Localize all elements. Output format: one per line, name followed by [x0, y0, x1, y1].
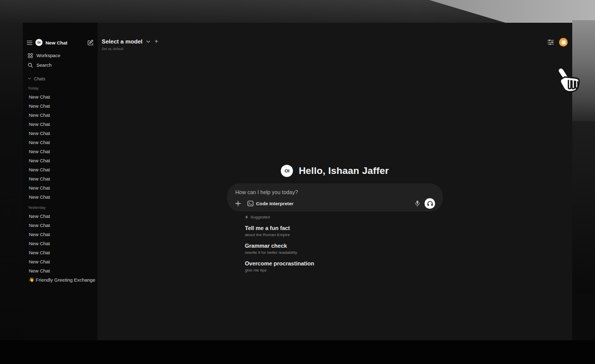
chat-group-label-yesterday: Yesterday [28, 205, 94, 210]
chat-item-label: Friendly Greeting Exchange [36, 277, 96, 283]
chat-list-item[interactable]: 👋 Friendly Greeting Exchange [27, 275, 94, 284]
wave-emoji: 👋 [29, 277, 34, 282]
sidebar-item-label: Search [36, 62, 52, 68]
chevron-down-icon [28, 77, 31, 80]
chat-list-item[interactable]: New Chat [27, 230, 94, 239]
chat-list-item[interactable]: New Chat [27, 183, 94, 192]
controls-sliders-icon[interactable] [547, 39, 554, 45]
microphone-icon[interactable] [415, 200, 420, 207]
suggestion-title: Grammar check [245, 243, 442, 249]
lightning-bolt-icon [245, 215, 248, 219]
app-logo-icon: OI [35, 39, 42, 46]
sidebar: OI New Chat Workspace Search Chats Today [23, 23, 98, 340]
chat-item-label: New Chat [29, 140, 50, 145]
model-selector[interactable]: Select a model + [102, 38, 158, 45]
workspace-grid-icon [28, 53, 33, 58]
sidebar-header: OI New Chat [27, 38, 94, 47]
topbar-right [547, 38, 568, 47]
sidebar-toggle-icon[interactable] [27, 40, 32, 45]
chevron-down-icon [146, 40, 150, 43]
hero-column: OI Hello, Ishaan Jaffer How can I help y… [228, 164, 442, 272]
new-chat-pencil-icon[interactable] [88, 39, 94, 46]
chat-list-item[interactable]: New Chat [27, 266, 94, 275]
app-logo-icon: OI [281, 165, 293, 177]
sidebar-item-search[interactable]: Search [27, 60, 94, 70]
sidebar-item-workspace[interactable]: Workspace [27, 51, 94, 60]
chat-list-item[interactable]: New Chat [27, 101, 94, 110]
chat-list-item[interactable]: New Chat [27, 138, 94, 147]
suggestion-item[interactable]: Overcome procrastination give me tips [245, 260, 442, 272]
attach-plus-icon[interactable] [235, 201, 241, 206]
chat-item-label: New Chat [29, 94, 50, 100]
chat-list-item[interactable]: New Chat [27, 239, 94, 248]
chat-item-label: New Chat [29, 268, 50, 274]
model-selector-block: Select a model + Set as default [102, 38, 158, 51]
chat-list-item[interactable]: New Chat [27, 248, 94, 257]
open-webui-window: OI New Chat Workspace Search Chats Today [23, 23, 572, 340]
chat-item-label: New Chat [29, 149, 50, 154]
chat-item-label: New Chat [29, 130, 50, 136]
voice-call-button[interactable] [424, 198, 435, 209]
chat-item-label: New Chat [29, 112, 50, 118]
chat-item-label: New Chat [29, 176, 50, 181]
search-icon [28, 63, 33, 68]
chat-list-yesterday: New Chat New Chat New Chat New C [27, 211, 94, 284]
chat-list-item[interactable]: New Chat [27, 92, 94, 101]
suggestion-title: Tell me a fun fact [245, 225, 442, 231]
sidebar-nav: Workspace Search [27, 51, 94, 70]
suggestion-item[interactable]: Grammar check rewrite it for better read… [245, 243, 442, 255]
chat-item-label: New Chat [29, 103, 50, 109]
code-interpreter-toggle[interactable]: Code Interpreter [245, 200, 295, 207]
avatar-image [562, 40, 566, 44]
chat-list-item[interactable]: New Chat [27, 147, 94, 156]
chats-section-header[interactable]: Chats [27, 75, 94, 82]
chat-list-item[interactable]: New Chat [27, 110, 94, 119]
main-area: Select a model + Set as default OI Hello… [98, 23, 572, 340]
chat-list-item[interactable]: New Chat [27, 165, 94, 174]
chats-header-label: Chats [34, 76, 45, 81]
chat-list-item[interactable]: New Chat [27, 220, 94, 230]
suggested-header: Suggested [245, 215, 442, 219]
chat-history: Today New Chat New Chat New C [27, 86, 94, 284]
add-model-button[interactable]: + [155, 38, 158, 45]
prompt-input[interactable]: How can I help you today? Code Interpret… [228, 184, 442, 211]
chat-item-label: New Chat [29, 259, 50, 264]
prompt-placeholder: How can I help you today? [235, 189, 435, 195]
chat-list-today: New Chat New Chat New Chat New C [27, 92, 94, 201]
chat-item-label: New Chat [29, 194, 50, 200]
chat-list-item[interactable]: New Chat [27, 119, 94, 128]
chat-list-item[interactable]: New Chat [27, 174, 94, 183]
code-interpreter-label: Code Interpreter [256, 201, 293, 206]
model-selector-label: Select a model [102, 38, 143, 44]
backdrop-left-band [0, 23, 23, 340]
chat-item-label: New Chat [29, 185, 50, 191]
chat-item-label: New Chat [29, 167, 50, 172]
backdrop-right-lower [572, 121, 595, 293]
suggestion-subtitle: about the Roman Empire [245, 233, 442, 237]
suggested-label: Suggested [250, 215, 270, 219]
chat-list-item[interactable]: New Chat [27, 211, 94, 220]
chat-item-label: New Chat [29, 241, 50, 246]
suggestion-subtitle: give me tips [245, 268, 442, 272]
suggestion-subtitle: rewrite it for better readability [245, 250, 442, 255]
suggested-section: Suggested Tell me a fun fact about the R… [228, 215, 442, 272]
topbar: Select a model + Set as default [98, 23, 572, 51]
chat-list-item[interactable]: New Chat [27, 128, 94, 138]
chat-list-item[interactable]: New Chat [27, 192, 94, 201]
chat-item-label: New Chat [29, 250, 50, 255]
chat-item-label: New Chat [29, 158, 50, 163]
code-interpreter-icon [247, 201, 253, 206]
greeting-row: OI Hello, Ishaan Jaffer [228, 164, 442, 177]
set-as-default-link[interactable]: Set as default [102, 47, 158, 51]
chat-item-label: New Chat [29, 232, 50, 237]
user-avatar[interactable] [559, 38, 568, 47]
sidebar-title: New Chat [46, 40, 84, 46]
chat-list-item[interactable]: New Chat [27, 257, 94, 266]
greeting-text: Hello, Ishaan Jaffer [299, 165, 389, 176]
prompt-toolbar: Code Interpreter [235, 198, 435, 209]
chat-group-label-today: Today [28, 86, 94, 90]
chat-item-label: New Chat [29, 222, 50, 228]
chat-item-label: New Chat [29, 213, 50, 219]
chat-list-item[interactable]: New Chat [27, 156, 94, 165]
suggestion-item[interactable]: Tell me a fun fact about the Roman Empir… [245, 225, 442, 237]
